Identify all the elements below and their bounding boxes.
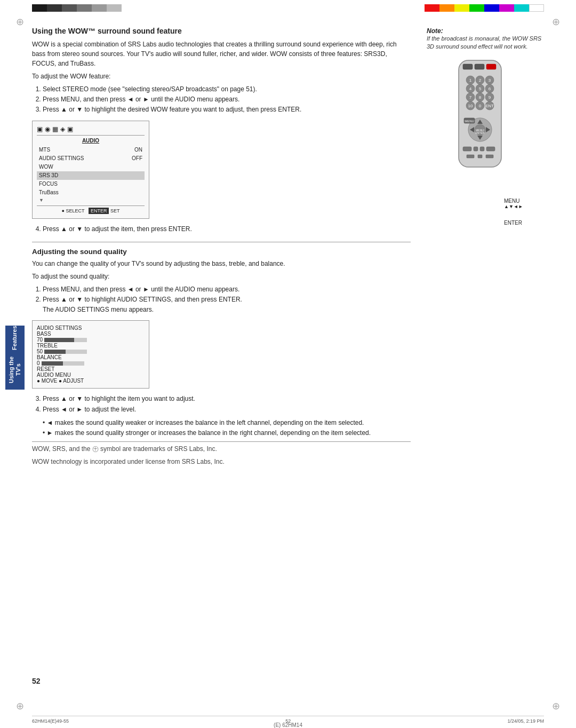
color-bar-r6 <box>499 4 514 12</box>
svg-text:4: 4 <box>469 86 472 91</box>
color-bar-r2 <box>439 4 454 12</box>
menu-footer: ● SELECT ENTER SET <box>37 205 145 214</box>
audio-menu-screen: ▣ ◉ ▦ ◈ ▣ AUDIO MTSON AUDIO SETTINGSOFF … <box>32 121 149 219</box>
svg-text:7: 7 <box>469 95 472 100</box>
color-bar-r4 <box>469 4 484 12</box>
page-number: 52 <box>32 677 41 685</box>
section1-title: Using the WOW™ surround sound feature <box>32 27 411 35</box>
audio-settings-title: AUDIO SETTINGS <box>37 325 145 331</box>
section1-step-1: Select STEREO mode (see "selecting stere… <box>43 84 411 94</box>
svg-rect-41 <box>486 147 495 151</box>
corner-mark-bl: ⊕ <box>16 700 24 712</box>
section2-steps-34: Press ▲ or ▼ to highlight the item you w… <box>43 394 411 414</box>
section2-step-4: Press ◄ or ► to adjust the level. <box>43 405 411 415</box>
color-bar-6 <box>107 4 122 12</box>
side-tab: Using the TV's Features <box>5 326 25 390</box>
menu-row-mts: MTSON <box>37 146 145 154</box>
model-number: (E) 62HM14 <box>274 722 302 728</box>
settings-row-balance: BALANCE 0 <box>37 354 145 366</box>
settings-row-bass: BASS 70 <box>37 331 145 343</box>
svg-rect-42 <box>467 155 474 158</box>
section2-intro: You can change the quality of your TV's … <box>32 259 411 268</box>
svg-text:ENTER: ENTER <box>476 131 485 134</box>
section2-bullets: ◄ makes the sound quality weaker or incr… <box>43 418 411 438</box>
svg-rect-40 <box>480 147 484 151</box>
content-columns: Using the WOW™ surround sound feature WO… <box>32 27 544 470</box>
color-bar-1 <box>32 4 47 12</box>
section2-bullet-1: ◄ makes the sound quality weaker or incr… <box>43 418 411 428</box>
section2-bullet-2: ► makes the sound quality stronger or in… <box>43 428 411 438</box>
menu-title: AUDIO <box>37 138 145 144</box>
remote-svg: 1 2 3 4 5 6 7 8 9 10 0 ENT <box>427 58 533 239</box>
section2-to-adjust: To adjust the sound quality: <box>32 272 411 281</box>
svg-text:3: 3 <box>489 78 491 83</box>
section2-title: Adjusting the sound quality <box>32 248 411 256</box>
svg-rect-38 <box>463 147 471 151</box>
left-column: Using the WOW™ surround sound feature WO… <box>32 27 411 470</box>
note-box: Note: If the broadcast is monaural, the … <box>427 27 544 51</box>
svg-text:9: 9 <box>489 95 491 100</box>
svg-text:0: 0 <box>479 104 482 108</box>
corner-mark-br: ⊕ <box>552 700 560 712</box>
corner-mark-tr: ⊕ <box>552 16 560 28</box>
section2-step-3: Press ▲ or ▼ to highlight the item you w… <box>43 394 411 404</box>
footer-date: 1/24/05, 2:19 PM <box>507 718 544 724</box>
svg-rect-2 <box>475 64 484 69</box>
color-bar-2 <box>47 4 62 12</box>
menu-row-srs3d: SRS 3D <box>37 171 145 180</box>
color-bar-4 <box>77 4 92 12</box>
settings-row-treble: TREBLE 50 <box>37 343 145 354</box>
svg-text:2: 2 <box>479 78 482 83</box>
section2-steps: Press MENU, and then press ◄ or ► until … <box>43 284 411 315</box>
right-column: Note: If the broadcast is monaural, the … <box>427 27 544 470</box>
svg-text:ENT: ENT <box>485 104 494 108</box>
settings-row-reset: RESET <box>37 366 145 372</box>
svg-text:6: 6 <box>489 86 491 91</box>
svg-text:5: 5 <box>479 86 482 91</box>
section1-step-4: Press ▲ or ▼ to adjust the item, then pr… <box>43 224 411 234</box>
section2-step-2: Press ▲ or ▼ to highlight AUDIO SETTINGS… <box>43 295 411 315</box>
svg-rect-43 <box>478 155 482 158</box>
remote-enter-label: ENTER <box>504 220 533 226</box>
color-bar-r8 <box>529 4 544 12</box>
menu-row-wow: WOW <box>37 163 145 171</box>
menu-row-audio-settings: AUDIO SETTINGSOFF <box>37 154 145 163</box>
remote-menu-label: MENU ▲▼◄► <box>504 198 533 209</box>
section2-step2-sub: The AUDIO SETTINGS menu appears. <box>43 306 154 313</box>
color-bar-r3 <box>454 4 469 12</box>
svg-text:1: 1 <box>469 78 472 83</box>
color-bar-r7 <box>514 4 529 12</box>
section2-step-1: Press MENU, and then press ◄ or ► until … <box>43 284 411 295</box>
section1-step4-list: Press ▲ or ▼ to adjust the item, then pr… <box>43 224 411 234</box>
menu-row-trubass: TruBass <box>37 188 145 197</box>
remote-control-image: 1 2 3 4 5 6 7 8 9 10 0 ENT <box>427 58 533 226</box>
svg-rect-3 <box>486 64 496 69</box>
settings-row-audio-menu: AUDIO MENU <box>37 372 145 378</box>
section1-step-3: Press ▲ or ▼ to highlight the desired WO… <box>43 105 411 115</box>
menu-row-focus: FOCUS <box>37 180 145 188</box>
svg-rect-39 <box>474 147 478 151</box>
footer-doc-number: 62HM14(E)49-55 <box>32 718 69 724</box>
settings-footer: ● MOVE ● ADJUST <box>37 378 145 384</box>
color-bars-top-left <box>32 4 122 12</box>
note-text: If the broadcast is monaural, the WOW SR… <box>427 35 544 51</box>
svg-rect-44 <box>486 155 493 158</box>
color-bar-3 <box>62 4 77 12</box>
menu-icons: ▣ ◉ ▦ ◈ ▣ <box>37 125 145 136</box>
color-bar-r1 <box>425 4 439 12</box>
trademark-line2: WOW technology is incorporated under lic… <box>32 457 411 466</box>
svg-text:10: 10 <box>468 104 473 108</box>
section-divider <box>32 242 411 242</box>
section1-steps: Select STEREO mode (see "selecting stere… <box>43 84 411 115</box>
section1-step-2: Press MENU, and then press ◄ or ► until … <box>43 94 411 105</box>
main-content: Using the TV's Features Using the WOW™ s… <box>32 27 544 696</box>
side-tab-line1: Using the TV's <box>8 350 22 390</box>
audio-settings-screen: AUDIO SETTINGS BASS 70 TREBLE 50 <box>32 320 149 389</box>
color-bar-r5 <box>484 4 499 12</box>
side-tab-line2: Features <box>11 326 18 350</box>
svg-text:MENU: MENU <box>465 120 474 123</box>
color-bar-5 <box>92 4 107 12</box>
note-label: Note: <box>427 27 443 35</box>
section1-intro: WOW is a special combination of SRS Labs… <box>32 39 411 68</box>
trademark-note: WOW, SRS, and the ㊉ symbol are trademark… <box>32 441 411 466</box>
